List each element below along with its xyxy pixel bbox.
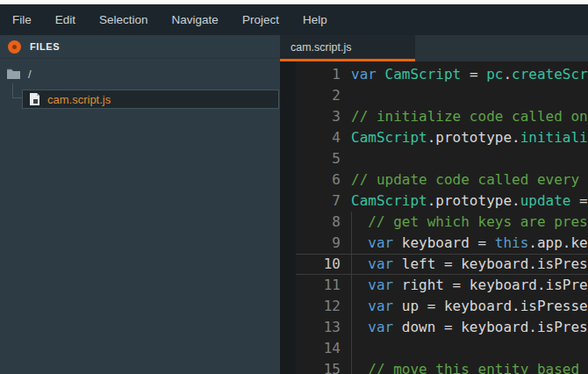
line-number[interactable]: 7 xyxy=(280,191,341,212)
code-line[interactable]: 11 var right = keyboard.isPres xyxy=(280,275,588,296)
line-number[interactable]: 3 xyxy=(280,106,341,127)
code-text: // get which keys are press xyxy=(341,212,588,233)
menu-item-help[interactable]: Help xyxy=(303,13,327,26)
line-number[interactable]: 5 xyxy=(280,148,341,169)
code-text: var down = keyboard.isPres xyxy=(341,317,588,338)
code-line[interactable]: 5 xyxy=(280,148,588,169)
tree-item-file-selected[interactable]: cam.script.js xyxy=(22,90,279,109)
code-text: // update code called every xyxy=(341,169,588,191)
menu-bar: FileEditSelectionNavigateProjectHelp xyxy=(0,4,588,35)
code-text: var CamScript = pc.createScr xyxy=(341,64,588,85)
code-line[interactable]: 1var CamScript = pc.createScr xyxy=(280,64,588,85)
line-number[interactable]: 13 xyxy=(280,317,341,338)
code-line[interactable]: 12 var up = keyboard.isPresse xyxy=(280,296,588,317)
code-line[interactable]: 13 var down = keyboard.isPres xyxy=(280,317,588,338)
code-line[interactable]: 8 // get which keys are press xyxy=(280,212,588,233)
files-panel: FILES / cam.script.js xyxy=(0,35,280,374)
code-line[interactable]: 9 var keyboard = this.app.ke xyxy=(280,233,588,254)
menu-item-selection[interactable]: Selection xyxy=(99,13,148,26)
line-number[interactable]: 8 xyxy=(280,212,341,233)
code-line[interactable]: 15 // move this entity based xyxy=(280,359,588,374)
code-line[interactable]: 10 var left = keyboard.isPress xyxy=(280,254,588,275)
tab-label: cam.script.js xyxy=(290,41,351,54)
script-file-icon xyxy=(29,93,40,106)
menu-item-navigate[interactable]: Navigate xyxy=(172,13,219,26)
line-number[interactable]: 2 xyxy=(280,85,341,106)
code-text xyxy=(341,85,351,106)
code-editor: cam.script.js 1var CamScript = pc.create… xyxy=(280,35,588,374)
code-line[interactable]: 14 xyxy=(280,338,588,359)
tree-connector-line xyxy=(12,83,22,98)
file-tree: / cam.script.js xyxy=(0,59,280,109)
code-text: var left = keyboard.isPress xyxy=(341,254,588,275)
tree-item-root-folder[interactable]: / xyxy=(0,64,280,83)
file-label: cam.script.js xyxy=(47,93,111,106)
code-text xyxy=(341,338,351,359)
code-text: CamScript.prototype.initiali xyxy=(341,127,588,148)
tab-cam-script[interactable]: cam.script.js xyxy=(280,35,415,61)
code-text: var keyboard = this.app.ke xyxy=(341,233,588,254)
code-text: var right = keyboard.isPres xyxy=(341,275,588,296)
code-text xyxy=(341,148,351,169)
line-number[interactable]: 10 xyxy=(280,254,341,275)
folder-label: / xyxy=(28,68,32,81)
line-number[interactable]: 9 xyxy=(280,233,341,254)
editor-tab-bar: cam.script.js xyxy=(280,35,588,61)
code-text: var up = keyboard.isPresse xyxy=(341,296,588,317)
line-number[interactable]: 12 xyxy=(280,296,341,317)
code-line[interactable]: 2 xyxy=(280,85,588,106)
main-body: FILES / cam.script.js xyxy=(0,35,588,374)
folder-icon xyxy=(7,68,20,79)
code-line[interactable]: 4CamScript.prototype.initiali xyxy=(280,127,588,148)
code-text: CamScript.prototype.update = xyxy=(341,191,588,212)
app-window: FileEditSelectionNavigateProjectHelp FIL… xyxy=(0,0,588,374)
line-number[interactable]: 1 xyxy=(280,64,341,85)
code-text: // initialize code called on xyxy=(341,106,588,127)
files-panel-header[interactable]: FILES xyxy=(0,35,280,59)
code-line[interactable]: 3// initialize code called on xyxy=(280,106,588,127)
line-number[interactable]: 11 xyxy=(280,275,341,296)
menu-item-project[interactable]: Project xyxy=(242,13,279,26)
code-text: // move this entity based xyxy=(341,359,588,374)
files-panel-title: FILES xyxy=(30,41,60,52)
line-number[interactable]: 14 xyxy=(280,338,341,359)
code-line[interactable]: 7CamScript.prototype.update = xyxy=(280,191,588,212)
menu-item-file[interactable]: File xyxy=(12,13,32,26)
indent-guide-line xyxy=(351,212,352,374)
code-lines: 1var CamScript = pc.createScr23// initia… xyxy=(280,64,588,374)
menu-item-edit[interactable]: Edit xyxy=(55,13,75,26)
panel-collapse-icon[interactable] xyxy=(8,40,21,54)
line-number[interactable]: 15 xyxy=(280,359,341,374)
line-number[interactable]: 6 xyxy=(280,169,341,191)
line-number[interactable]: 4 xyxy=(280,127,341,148)
code-area[interactable]: 1var CamScript = pc.createScr23// initia… xyxy=(280,61,588,374)
code-line[interactable]: 6// update code called every xyxy=(280,169,588,191)
